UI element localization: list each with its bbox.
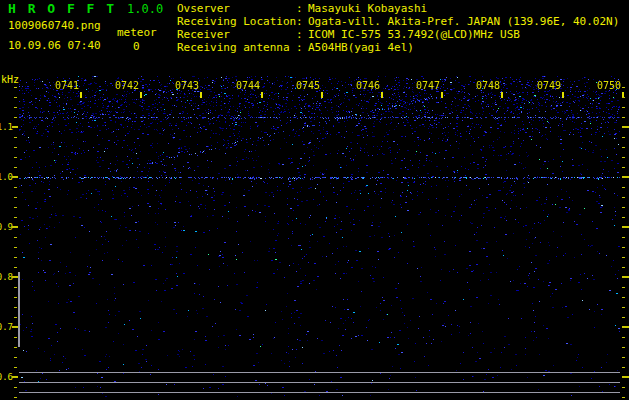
- freq-tick-mark: [622, 157, 625, 158]
- freq-tick-mark: [622, 307, 625, 308]
- info-colon: :: [296, 15, 308, 28]
- info-row: Ovserver:Masayuki Kobayashi: [177, 2, 619, 15]
- info-row: Receiving Location:Ogata-vill. Akita-Pre…: [177, 15, 619, 28]
- time-tick-mark: [501, 92, 503, 98]
- info-value: Masayuki Kobayashi: [308, 2, 427, 15]
- time-tick-mark: [562, 92, 564, 98]
- freq-tick-mark: [14, 267, 17, 268]
- freq-tick-mark: [622, 197, 625, 198]
- info-label: Receiver: [177, 28, 296, 41]
- info-row: Receiving antenna:A504HB(yagi 4el): [177, 41, 619, 54]
- time-tick-mark: [140, 92, 142, 98]
- freq-tick-mark: [14, 317, 17, 318]
- level-scale-bar: [18, 272, 20, 347]
- freq-tick-mark: [14, 87, 17, 88]
- freq-tick-mark: [622, 276, 629, 278]
- time-tick-label: 0742: [115, 80, 139, 91]
- time-tick-label: 0745: [296, 80, 320, 91]
- freq-tick-mark: [14, 367, 17, 368]
- time-tick-mark: [441, 92, 443, 98]
- freq-tick-mark: [622, 257, 625, 258]
- freq-tick-mark: [622, 247, 625, 248]
- freq-tick-mark: [622, 117, 625, 118]
- freq-tick-mark: [12, 176, 18, 178]
- freq-tick-mark: [14, 107, 17, 108]
- freq-tick-mark: [622, 397, 625, 398]
- freq-tick-mark: [622, 367, 625, 368]
- time-tick-label: 0741: [55, 80, 79, 91]
- freq-tick-mark: [622, 337, 625, 338]
- freq-tick-mark: [622, 207, 625, 208]
- freq-tick-mark: [622, 347, 625, 348]
- time-tick-label: 0746: [356, 80, 380, 91]
- frequency-axis-unit-label: kHz: [1, 74, 19, 85]
- freq-tick-mark: [14, 97, 17, 98]
- time-tick-label: 0750: [597, 80, 621, 91]
- spectrogram-canvas: [19, 76, 620, 397]
- freq-tick-mark: [12, 126, 18, 128]
- freq-tick-mark: [14, 257, 17, 258]
- freq-tick-mark: [14, 337, 17, 338]
- info-value: A504HB(yagi 4el): [308, 41, 414, 54]
- freq-tick-mark: [14, 297, 17, 298]
- freq-tick-mark: [622, 326, 629, 328]
- info-label: Receiving antenna: [177, 41, 296, 54]
- freq-tick-mark: [622, 317, 625, 318]
- meteor-counter-value: 0: [133, 41, 140, 53]
- freq-tick-mark: [622, 297, 625, 298]
- freq-tick-mark: [14, 147, 17, 148]
- hrofft-window: H R O F F T 1.0.0 1009060740.png meteor …: [0, 0, 629, 400]
- freq-tick-mark: [622, 147, 625, 148]
- time-tick-label: 0744: [236, 80, 260, 91]
- info-colon: :: [296, 41, 308, 54]
- freq-tick-mark: [622, 97, 625, 98]
- freq-tick-mark: [12, 376, 18, 378]
- freq-tick-mark: [14, 247, 17, 248]
- info-row: Receiver:ICOM IC-575 53.7492(@LCD)MHz US…: [177, 28, 619, 41]
- freq-tick-mark: [622, 287, 625, 288]
- freq-tick-mark: [14, 287, 17, 288]
- output-filename: 1009060740.png: [8, 20, 101, 32]
- freq-tick-mark: [622, 237, 625, 238]
- freq-tick-mark: [14, 137, 17, 138]
- time-tick-mark: [200, 92, 202, 98]
- freq-tick-mark: [14, 387, 17, 388]
- info-label: Receiving Location: [177, 15, 296, 28]
- freq-tick-mark: [622, 126, 629, 128]
- time-tick-label: 0749: [537, 80, 561, 91]
- freq-tick-mark: [14, 197, 17, 198]
- freq-tick-mark: [14, 167, 17, 168]
- info-value: ICOM IC-575 53.7492(@LCD)MHz USB: [308, 28, 520, 41]
- info-value: Ogata-vill. Akita-Pref. JAPAN (139.96E, …: [308, 15, 619, 28]
- freq-tick-mark: [622, 167, 625, 168]
- freq-tick-mark: [622, 267, 625, 268]
- freq-tick-mark: [14, 397, 17, 398]
- meteor-counter-label: meteor: [117, 27, 157, 39]
- time-tick-mark: [80, 92, 82, 98]
- freq-tick-mark: [622, 226, 629, 228]
- station-info-block: Ovserver:Masayuki KobayashiReceiving Loc…: [177, 2, 619, 54]
- freq-tick-mark: [14, 157, 17, 158]
- info-label: Ovserver: [177, 2, 296, 15]
- time-tick-label: 0748: [476, 80, 500, 91]
- freq-tick-mark: [14, 307, 17, 308]
- freq-tick-mark: [14, 217, 17, 218]
- freq-tick-mark: [622, 87, 625, 88]
- info-colon: :: [296, 28, 308, 41]
- app-version: 1.0.0: [127, 3, 163, 16]
- freq-tick-mark: [622, 357, 625, 358]
- freq-tick-mark: [622, 187, 625, 188]
- freq-tick-mark: [14, 207, 17, 208]
- time-tick-mark: [381, 92, 383, 98]
- freq-tick-mark: [622, 217, 625, 218]
- app-title: H R O F F T: [8, 2, 116, 16]
- freq-tick-mark: [14, 357, 17, 358]
- freq-tick-mark: [622, 376, 629, 378]
- observation-timestamp: 10.09.06 07:40: [8, 40, 101, 52]
- freq-tick-mark: [622, 176, 629, 178]
- freq-tick-mark: [622, 137, 625, 138]
- freq-tick-mark: [622, 107, 625, 108]
- freq-tick-mark: [14, 117, 17, 118]
- freq-tick-mark: [622, 387, 625, 388]
- freq-tick-mark: [12, 226, 18, 228]
